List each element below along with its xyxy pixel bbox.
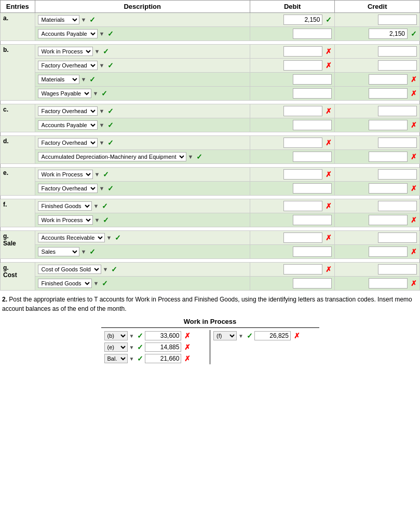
desc-cell: Cost of Goods Sold ▼ ✓ [35,263,250,277]
credit-input[interactable] [378,46,417,57]
account-select[interactable]: Factory Overhead [38,61,98,70]
debit-cell: ✗ [250,168,335,182]
credit-input[interactable] [378,264,417,275]
desc-cell: Work in Process ▼ ✓ [35,45,250,59]
account-select[interactable]: Accounts Payable [38,29,98,38]
t-label-select[interactable]: (b) [104,331,128,340]
debit-input[interactable] [283,15,322,25]
account-select[interactable]: Wages Payable [38,89,91,98]
debit-input[interactable] [283,264,322,275]
credit-cross-icon: ✗ [411,121,417,129]
journal-entries-table: Entries Description Debit Credit a. Mate… [0,0,420,291]
debit-cross-icon: ✗ [326,107,332,115]
debit-cell [250,73,335,87]
t-debit-input[interactable] [145,331,181,340]
debit-cell: ✗ [250,136,335,150]
col-debit: Debit [250,1,335,13]
debit-cross-icon: ✗ [326,61,332,70]
t-label-select[interactable]: Bal. [104,354,128,363]
t-label-select[interactable]: (e) [104,342,128,352]
entry-label-f: f. [1,199,35,227]
credit-input[interactable] [369,278,408,289]
debit-input[interactable] [283,46,322,57]
credit-input[interactable] [369,120,408,130]
debit-input[interactable] [293,88,332,99]
t-check-icon: ✓ [137,332,143,340]
debit-input[interactable] [293,152,332,162]
credit-cell [335,168,420,182]
debit-cell [250,245,335,259]
debit-input[interactable] [293,246,332,257]
debit-input[interactable] [283,169,322,180]
credit-input[interactable] [369,183,408,194]
desc-check-icon: ✓ [107,61,114,70]
credit-input[interactable] [369,215,408,225]
t-right-select[interactable]: (f) [213,331,237,340]
account-select[interactable]: Accounts Receivable [38,233,105,242]
credit-cell [335,263,420,277]
t-debit-input[interactable] [145,342,181,352]
desc-check-icon: ✓ [107,121,114,129]
account-select[interactable]: Materials [38,75,79,84]
desc-cell: Wages Payable ▼ ✓ [35,87,250,101]
debit-input[interactable] [293,120,332,130]
t-right-empty [210,341,319,353]
account-select[interactable]: Work in Process [38,170,93,179]
debit-input[interactable] [283,106,322,116]
account-select[interactable]: Work in Process [38,215,93,225]
t-right-cell: (f) ▼ ✓ ✗ [210,330,319,341]
credit-input[interactable] [369,74,408,85]
credit-cell [335,104,420,118]
t-right-empty [210,353,319,364]
debit-cell: ✗ [250,59,335,73]
account-select[interactable]: Materials [38,15,79,24]
account-select[interactable]: Work in Process [38,47,93,56]
t-left-cell: (e) ▼ ✓ ✗ [101,341,210,353]
credit-input[interactable] [378,169,417,180]
credit-input[interactable] [378,15,417,25]
t-debit-input[interactable] [145,354,181,363]
t-credit-input[interactable] [254,331,291,340]
account-select[interactable]: Sales [38,247,79,256]
account-select[interactable]: Finished Goods [38,279,92,288]
account-select[interactable]: Cost of Goods Sold [38,265,101,274]
desc-cell: Factory Overhead ▼ ✓ [35,182,250,196]
debit-input[interactable] [283,232,322,243]
credit-input[interactable] [378,106,417,116]
debit-input[interactable] [293,278,332,289]
debit-input[interactable] [293,29,332,39]
account-select[interactable]: Finished Goods [38,201,92,211]
credit-input[interactable] [378,60,417,71]
credit-input[interactable] [369,88,408,99]
credit-input[interactable] [378,201,417,211]
debit-cross-icon: ✗ [326,234,332,242]
debit-input[interactable] [293,74,332,85]
account-select[interactable]: Factory Overhead [38,184,98,193]
credit-input[interactable] [378,138,417,148]
debit-cell [250,213,335,227]
desc-cell: Accumulated Depreciation-Machinery and E… [35,150,250,164]
account-select[interactable]: Factory Overhead [38,106,98,116]
entry-label-g_cost: g.Cost [1,263,35,291]
credit-input[interactable] [369,246,408,257]
debit-input[interactable] [283,201,322,211]
account-select[interactable]: Accumulated Depreciation-Machinery and E… [38,152,186,161]
debit-input[interactable] [283,60,322,71]
desc-check-icon: ✓ [102,202,108,210]
desc-check-icon: ✓ [102,279,108,287]
debit-input[interactable] [293,183,332,194]
desc-cell: Materials ▼ ✓ [35,13,250,27]
debit-input[interactable] [283,138,322,148]
debit-cross-icon: ✗ [326,265,332,273]
credit-input[interactable] [369,152,408,162]
credit-cell: ✗ [335,245,420,259]
col-credit: Credit [335,1,420,13]
account-select[interactable]: Factory Overhead [38,138,98,147]
debit-input[interactable] [293,215,332,225]
account-select[interactable]: Accounts Payable [38,120,98,130]
credit-input[interactable] [369,29,408,39]
credit-cell [335,136,420,150]
entry-label-b: b. [1,45,35,101]
credit-input[interactable] [378,232,417,243]
desc-check-icon: ✓ [103,47,109,56]
